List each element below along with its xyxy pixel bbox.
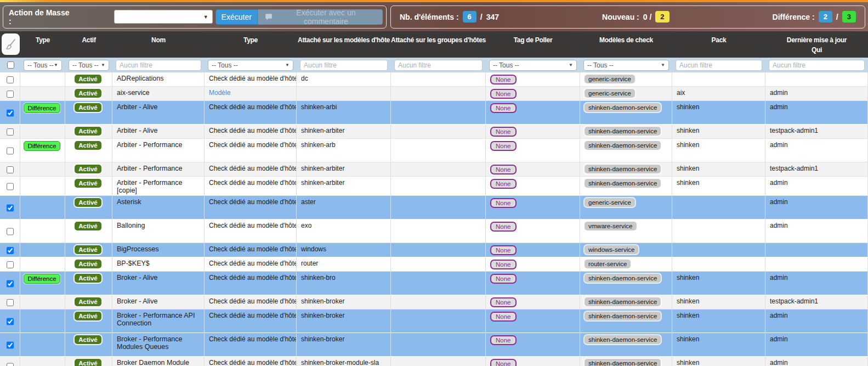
table-row[interactable]: Activé Broker - Performance Modules Queu…: [0, 333, 868, 357]
table-row[interactable]: Activé Broker - Performance API Connecti…: [0, 309, 868, 333]
host-templates: shinken-broker: [297, 309, 391, 333]
table-row[interactable]: Activé BP-$KEY$ Check dédié au modèle d'…: [0, 257, 868, 272]
check-model-badge: shinken-daemon-service: [585, 297, 661, 306]
row-actif-cell: Activé: [65, 72, 112, 86]
row-checkbox[interactable]: [7, 128, 14, 136]
difference-total-badge: 3: [842, 11, 856, 22]
host-groups: [391, 125, 486, 138]
row-type-badge-cell: Différence: [20, 139, 65, 162]
row-checkbox[interactable]: [7, 76, 14, 83]
filter-pack-input[interactable]: [676, 60, 762, 71]
service-type: Check dédié au modèle d'hôte: [205, 101, 297, 124]
table-row[interactable]: Activé Arbiter - Alive Check dédié au mo…: [0, 125, 868, 139]
filter-type-select[interactable]: -- Tous --▼: [208, 60, 293, 71]
filter-nom-input[interactable]: [116, 60, 201, 71]
poller-tag-badge: None: [490, 141, 517, 151]
row-checkbox[interactable]: [7, 299, 14, 306]
table-row[interactable]: Activé Balloning Check dédié au modèle d…: [0, 219, 868, 243]
poller-tag-badge: None: [490, 297, 517, 307]
header-cell-type-badge: Type: [20, 31, 65, 58]
poller-tag-cell: None: [486, 257, 580, 271]
row-checkbox[interactable]: [7, 105, 14, 121]
service-type: Check dédié au modèle d'hôte: [205, 72, 297, 86]
filter-type-badge-select[interactable]: -- Tous --▼: [24, 60, 62, 71]
row-checkbox[interactable]: [7, 143, 14, 159]
table-row[interactable]: Activé Arbiter - Performance Check dédié…: [0, 162, 868, 177]
comment-bubble-icon: [265, 13, 273, 21]
execute-button[interactable]: Exécuter: [215, 9, 258, 25]
check-model-badge: vmware-service: [585, 222, 637, 230]
host-templates: shinken-arbi: [297, 101, 391, 124]
check-models-cell: generic-service: [580, 196, 672, 219]
table-row[interactable]: Activé Asterisk Check dédié au modèle d'…: [0, 196, 868, 219]
row-checkbox[interactable]: [7, 247, 14, 254]
header-cell-host-templates: Attaché sur les modèles d'hôte: [297, 31, 391, 58]
row-actif-cell: Activé: [65, 357, 112, 366]
select-all-checkbox[interactable]: [7, 61, 14, 69]
poller-tag-badge: None: [490, 103, 517, 113]
table-row[interactable]: Activé BigProcesses Check dédié au modèl…: [0, 243, 868, 257]
row-actif-cell: Activé: [65, 196, 112, 219]
clear-selection-button[interactable]: [2, 33, 20, 55]
row-actif-cell: Activé: [65, 219, 112, 243]
difference-badge: Différence: [24, 274, 60, 284]
table-row[interactable]: Différence Activé Arbiter - Alive Check …: [0, 101, 868, 125]
mass-action-panel: Action de Masse : ▼ Exécuter Exécuter av…: [3, 5, 387, 29]
new-counter: Nouveau : 0 / 2: [602, 11, 670, 22]
row-actif-cell: Activé: [65, 87, 112, 100]
table-row[interactable]: Différence Activé Arbiter - Performance …: [0, 139, 868, 162]
header-last-update-line1: Dernière mise à jour: [787, 36, 847, 44]
filter-poller-tag-select[interactable]: -- Tous --▼: [489, 60, 577, 71]
table-row[interactable]: Activé Broker - Alive Check dédié au mod…: [0, 295, 868, 309]
row-type-badge-cell: [20, 177, 65, 195]
execute-with-comment-button[interactable]: Exécuter avec un commentaire: [258, 9, 383, 25]
host-groups: [391, 101, 486, 124]
check-model-badge: generic-service: [585, 89, 635, 98]
row-checkbox[interactable]: [7, 200, 14, 216]
service-type: Check dédié au modèle d'hôte: [205, 309, 297, 333]
filter-host-groups-input[interactable]: [394, 60, 483, 71]
active-badge: Activé: [75, 245, 101, 254]
row-checkbox[interactable]: [7, 261, 14, 268]
host-groups: [391, 309, 486, 333]
row-checkbox[interactable]: [7, 181, 14, 193]
row-checkbox[interactable]: [7, 91, 14, 98]
filter-host-templates-input[interactable]: [300, 60, 388, 71]
table-row[interactable]: Activé Arbiter - Performance [copie] Che…: [0, 177, 868, 196]
filter-last-update-input[interactable]: [769, 60, 865, 71]
service-type: Modèle: [205, 87, 297, 100]
row-checkbox-cell: [0, 243, 20, 257]
table-row[interactable]: Différence Activé Broker - Alive Check d…: [0, 272, 868, 295]
row-checkbox[interactable]: [7, 223, 14, 240]
poller-tag-cell: None: [486, 219, 580, 243]
active-badge: Activé: [75, 222, 101, 230]
row-checkbox[interactable]: [7, 166, 14, 173]
host-templates: shinken-bro: [297, 272, 391, 295]
active-badge: Activé: [75, 335, 101, 344]
service-type: Check dédié au modèle d'hôte: [205, 139, 297, 162]
check-model-badge: router-service: [585, 260, 631, 268]
row-checkbox-cell: [0, 101, 20, 124]
host-groups: [391, 272, 486, 295]
service-type: Check dédié au modèle d'hôte: [205, 196, 297, 219]
table-row[interactable]: Activé ADReplications Check dédié au mod…: [0, 72, 868, 87]
row-checkbox[interactable]: [7, 337, 14, 353]
active-badge: Activé: [75, 260, 101, 268]
row-type-badge-cell: [20, 357, 65, 366]
row-checkbox[interactable]: [7, 313, 14, 330]
check-models-cell: windows-service: [580, 243, 672, 257]
table-row[interactable]: Activé Broker Daemon Module SLA Check dé…: [0, 357, 868, 366]
chevron-down-icon: ▼: [203, 14, 208, 20]
mass-action-label: Action de Masse :: [9, 8, 70, 26]
mass-action-select[interactable]: ▼: [114, 10, 213, 24]
poller-tag-badge: None: [490, 75, 517, 85]
row-checkbox[interactable]: [7, 361, 14, 366]
filter-check-models-select[interactable]: -- Tous --▼: [583, 60, 669, 71]
check-model-badge: shinken-daemon-service: [585, 141, 661, 150]
table-row[interactable]: Activé aix-service Modèle None generic-s…: [0, 87, 868, 101]
row-actif-cell: Activé: [65, 101, 112, 124]
row-checkbox[interactable]: [7, 275, 14, 292]
filter-actif-select[interactable]: -- Tous --▼: [69, 60, 109, 71]
host-templates: [297, 87, 391, 100]
chevron-down-icon: ▼: [285, 63, 290, 67]
